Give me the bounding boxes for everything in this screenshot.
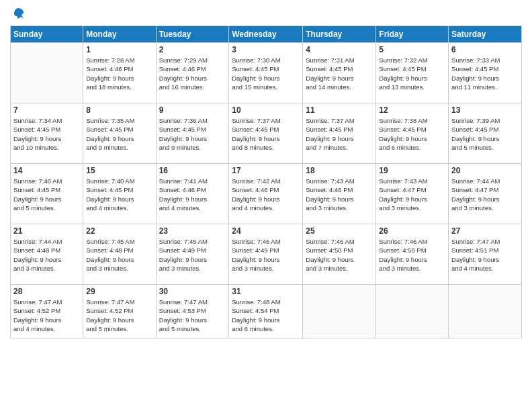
- calendar-cell: 10Sunrise: 7:37 AM Sunset: 4:45 PM Dayli…: [229, 103, 303, 164]
- calendar-week-row: 14Sunrise: 7:40 AM Sunset: 4:45 PM Dayli…: [11, 164, 522, 224]
- calendar-week-row: 28Sunrise: 7:47 AM Sunset: 4:52 PM Dayli…: [11, 285, 522, 338]
- calendar-cell: [303, 285, 376, 338]
- calendar-cell: 22Sunrise: 7:45 AM Sunset: 4:48 PM Dayli…: [83, 224, 156, 285]
- calendar-cell: 25Sunrise: 7:46 AM Sunset: 4:50 PM Dayli…: [303, 224, 376, 285]
- day-info: Sunrise: 7:36 AM Sunset: 4:45 PM Dayligh…: [159, 116, 226, 152]
- calendar-cell: 14Sunrise: 7:40 AM Sunset: 4:45 PM Dayli…: [11, 164, 83, 224]
- logo: [10, 7, 25, 20]
- day-info: Sunrise: 7:39 AM Sunset: 4:45 PM Dayligh…: [451, 116, 519, 152]
- day-number: 20: [451, 166, 519, 175]
- day-info: Sunrise: 7:43 AM Sunset: 4:47 PM Dayligh…: [379, 177, 445, 212]
- day-info: Sunrise: 7:44 AM Sunset: 4:47 PM Dayligh…: [451, 177, 519, 212]
- day-info: Sunrise: 7:30 AM Sunset: 4:45 PM Dayligh…: [232, 56, 300, 91]
- day-number: 31: [232, 287, 300, 296]
- calendar-header-wednesday: Wednesday: [229, 26, 303, 43]
- day-info: Sunrise: 7:43 AM Sunset: 4:46 PM Dayligh…: [306, 177, 373, 212]
- calendar-header-friday: Friday: [376, 26, 449, 43]
- day-info: Sunrise: 7:29 AM Sunset: 4:46 PM Dayligh…: [159, 56, 226, 91]
- calendar: SundayMondayTuesdayWednesdayThursdayFrid…: [10, 26, 522, 338]
- calendar-cell: 30Sunrise: 7:47 AM Sunset: 4:53 PM Dayli…: [156, 285, 229, 338]
- calendar-cell: 11Sunrise: 7:37 AM Sunset: 4:45 PM Dayli…: [303, 103, 376, 164]
- day-info: Sunrise: 7:48 AM Sunset: 4:54 PM Dayligh…: [232, 298, 300, 333]
- calendar-cell: 27Sunrise: 7:47 AM Sunset: 4:51 PM Dayli…: [449, 224, 522, 285]
- day-info: Sunrise: 7:46 AM Sunset: 4:50 PM Dayligh…: [379, 237, 445, 273]
- calendar-cell: 19Sunrise: 7:43 AM Sunset: 4:47 PM Dayli…: [376, 164, 449, 224]
- day-info: Sunrise: 7:31 AM Sunset: 4:45 PM Dayligh…: [306, 56, 373, 91]
- day-number: 17: [232, 166, 300, 175]
- day-info: Sunrise: 7:46 AM Sunset: 4:50 PM Dayligh…: [306, 237, 373, 273]
- day-number: 1: [86, 45, 152, 54]
- calendar-cell: 1Sunrise: 7:28 AM Sunset: 4:46 PM Daylig…: [83, 43, 156, 103]
- calendar-header-monday: Monday: [83, 26, 156, 43]
- day-info: Sunrise: 7:47 AM Sunset: 4:52 PM Dayligh…: [86, 298, 152, 333]
- calendar-cell: 17Sunrise: 7:42 AM Sunset: 4:46 PM Dayli…: [229, 164, 303, 224]
- day-number: 18: [306, 166, 373, 175]
- day-info: Sunrise: 7:47 AM Sunset: 4:53 PM Dayligh…: [159, 298, 226, 333]
- day-info: Sunrise: 7:32 AM Sunset: 4:45 PM Dayligh…: [379, 56, 445, 91]
- header: [10, 7, 522, 20]
- day-info: Sunrise: 7:45 AM Sunset: 4:49 PM Dayligh…: [159, 237, 226, 273]
- calendar-cell: 28Sunrise: 7:47 AM Sunset: 4:52 PM Dayli…: [11, 285, 83, 338]
- calendar-week-row: 7Sunrise: 7:34 AM Sunset: 4:45 PM Daylig…: [11, 103, 522, 164]
- page: SundayMondayTuesdayWednesdayThursdayFrid…: [0, 0, 532, 411]
- calendar-cell: 4Sunrise: 7:31 AM Sunset: 4:45 PM Daylig…: [303, 43, 376, 103]
- calendar-header-thursday: Thursday: [303, 26, 376, 43]
- calendar-header-tuesday: Tuesday: [156, 26, 229, 43]
- calendar-header-saturday: Saturday: [449, 26, 522, 43]
- calendar-cell: 13Sunrise: 7:39 AM Sunset: 4:45 PM Dayli…: [449, 103, 522, 164]
- calendar-cell: 31Sunrise: 7:48 AM Sunset: 4:54 PM Dayli…: [229, 285, 303, 338]
- day-number: 21: [13, 226, 80, 236]
- day-info: Sunrise: 7:28 AM Sunset: 4:46 PM Dayligh…: [86, 56, 152, 91]
- day-info: Sunrise: 7:35 AM Sunset: 4:45 PM Dayligh…: [86, 116, 152, 152]
- day-number: 25: [306, 226, 373, 236]
- day-info: Sunrise: 7:34 AM Sunset: 4:45 PM Dayligh…: [13, 116, 80, 152]
- calendar-cell: [11, 43, 83, 103]
- day-number: 16: [159, 166, 226, 175]
- calendar-cell: 12Sunrise: 7:38 AM Sunset: 4:45 PM Dayli…: [376, 103, 449, 164]
- day-number: 10: [232, 105, 300, 115]
- day-number: 30: [159, 287, 226, 296]
- calendar-cell: [376, 285, 449, 338]
- day-info: Sunrise: 7:45 AM Sunset: 4:48 PM Dayligh…: [86, 237, 152, 273]
- calendar-header-row: SundayMondayTuesdayWednesdayThursdayFrid…: [11, 26, 522, 43]
- calendar-cell: 7Sunrise: 7:34 AM Sunset: 4:45 PM Daylig…: [11, 103, 83, 164]
- calendar-cell: 29Sunrise: 7:47 AM Sunset: 4:52 PM Dayli…: [83, 285, 156, 338]
- day-info: Sunrise: 7:41 AM Sunset: 4:46 PM Dayligh…: [159, 177, 226, 212]
- day-number: 6: [451, 45, 519, 54]
- day-number: 8: [86, 105, 152, 115]
- day-number: 11: [306, 105, 373, 115]
- calendar-cell: 3Sunrise: 7:30 AM Sunset: 4:45 PM Daylig…: [229, 43, 303, 103]
- calendar-header-sunday: Sunday: [11, 26, 83, 43]
- day-number: 29: [86, 287, 152, 296]
- day-number: 28: [13, 287, 80, 296]
- day-info: Sunrise: 7:47 AM Sunset: 4:52 PM Dayligh…: [13, 298, 80, 333]
- day-info: Sunrise: 7:44 AM Sunset: 4:48 PM Dayligh…: [13, 237, 80, 273]
- day-info: Sunrise: 7:37 AM Sunset: 4:45 PM Dayligh…: [232, 116, 300, 152]
- calendar-cell: 5Sunrise: 7:32 AM Sunset: 4:45 PM Daylig…: [376, 43, 449, 103]
- calendar-cell: 8Sunrise: 7:35 AM Sunset: 4:45 PM Daylig…: [83, 103, 156, 164]
- day-number: 12: [379, 105, 445, 115]
- calendar-week-row: 1Sunrise: 7:28 AM Sunset: 4:46 PM Daylig…: [11, 43, 522, 103]
- logo-bird-icon: [11, 7, 25, 20]
- day-number: 4: [306, 45, 373, 54]
- day-number: 26: [379, 226, 445, 236]
- day-number: 22: [86, 226, 152, 236]
- day-number: 23: [159, 226, 226, 236]
- day-number: 15: [86, 166, 152, 175]
- day-info: Sunrise: 7:33 AM Sunset: 4:45 PM Dayligh…: [451, 56, 519, 91]
- day-info: Sunrise: 7:40 AM Sunset: 4:45 PM Dayligh…: [86, 177, 152, 212]
- day-number: 3: [232, 45, 300, 54]
- day-number: 2: [159, 45, 226, 54]
- day-info: Sunrise: 7:37 AM Sunset: 4:45 PM Dayligh…: [306, 116, 373, 152]
- calendar-cell: 18Sunrise: 7:43 AM Sunset: 4:46 PM Dayli…: [303, 164, 376, 224]
- day-info: Sunrise: 7:38 AM Sunset: 4:45 PM Dayligh…: [379, 116, 445, 152]
- calendar-cell: 16Sunrise: 7:41 AM Sunset: 4:46 PM Dayli…: [156, 164, 229, 224]
- calendar-cell: 24Sunrise: 7:46 AM Sunset: 4:49 PM Dayli…: [229, 224, 303, 285]
- calendar-cell: [449, 285, 522, 338]
- calendar-cell: 21Sunrise: 7:44 AM Sunset: 4:48 PM Dayli…: [11, 224, 83, 285]
- day-number: 9: [159, 105, 226, 115]
- calendar-week-row: 21Sunrise: 7:44 AM Sunset: 4:48 PM Dayli…: [11, 224, 522, 285]
- day-info: Sunrise: 7:47 AM Sunset: 4:51 PM Dayligh…: [451, 237, 519, 273]
- calendar-cell: 6Sunrise: 7:33 AM Sunset: 4:45 PM Daylig…: [449, 43, 522, 103]
- day-number: 24: [232, 226, 300, 236]
